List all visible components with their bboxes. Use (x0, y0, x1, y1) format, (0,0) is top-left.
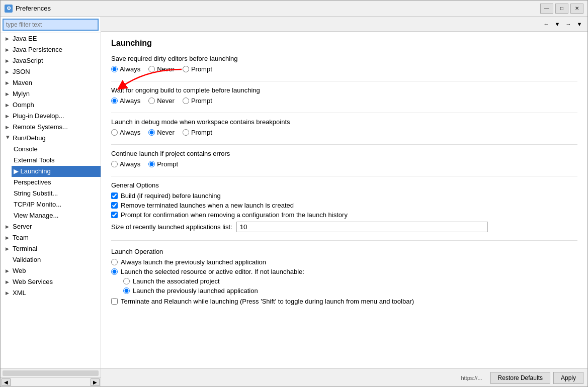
sidebar-item-server[interactable]: ▶Server (1, 221, 101, 232)
sidebar-item-validation[interactable]: ▶Validation (1, 254, 101, 265)
terminate-relaunch-text: Terminate and Relaunch while launching (… (121, 298, 414, 305)
save-dirty-prompt-radio[interactable] (183, 66, 189, 72)
expand-arrow: ▶ (6, 101, 11, 110)
prompt-confirmation-checkbox[interactable]: Prompt for confirmation when removing a … (111, 211, 577, 219)
divider-2 (111, 113, 577, 113)
wait-build-always-radio[interactable] (111, 98, 118, 104)
minimize-button[interactable]: — (540, 4, 553, 14)
size-input[interactable] (236, 222, 488, 232)
remove-terminated-checkbox[interactable]: Remove terminated launches when a new la… (111, 202, 577, 209)
sidebar-item-web-services[interactable]: ▶Web Services (1, 276, 101, 287)
terminate-relaunch-checkbox[interactable]: Terminate and Relaunch while launching (… (111, 298, 577, 305)
always-prev-radio[interactable] (111, 259, 118, 265)
back-dropdown-button[interactable]: ▼ (552, 19, 562, 29)
wait-build-options: Always Never Prompt (111, 97, 577, 105)
close-button[interactable]: ✕ (570, 4, 583, 14)
save-dirty-always[interactable]: Always (111, 65, 140, 73)
maximize-button[interactable]: □ (555, 4, 568, 14)
selected-resource-option[interactable]: Launch the selected resource or active e… (111, 268, 577, 275)
remove-terminated-text: Remove terminated launches when a new la… (121, 202, 294, 209)
sidebar-item-perspectives[interactable]: Perspectives (12, 177, 101, 188)
sidebar-item-java-persistence[interactable]: ▶Java Persistence (1, 44, 101, 55)
save-dirty-never-radio[interactable] (148, 66, 155, 72)
assoc-project-option[interactable]: Launch the associated project (123, 277, 577, 285)
sidebar-item-team[interactable]: ▶Team (1, 232, 101, 243)
debug-mode-never[interactable]: Never (148, 129, 175, 136)
sidebar-item-remote-systems[interactable]: ▶Remote Systems... (1, 122, 101, 133)
launch-operation-group: Launch Operation Always launch the previ… (111, 248, 577, 305)
terminate-relaunch-input[interactable] (111, 298, 118, 305)
assoc-project-text: Launch the associated project (133, 277, 220, 285)
sidebar-item-java-ee[interactable]: ▶Java EE (1, 33, 101, 44)
build-before-input[interactable] (111, 192, 118, 199)
scroll-right-btn[interactable]: ▶ (91, 378, 100, 386)
build-before-checkbox[interactable]: Build (if required) before launching (111, 192, 577, 200)
expand-arrow: ▶ (6, 56, 11, 65)
project-errors-always[interactable]: Always (111, 160, 140, 168)
sidebar-item-javascript[interactable]: ▶JavaScript (1, 55, 101, 66)
sidebar-item-oomph[interactable]: ▶Oomph (1, 100, 101, 111)
assoc-project-radio[interactable] (123, 278, 130, 284)
project-errors-prompt[interactable]: Prompt (148, 160, 178, 168)
sidebar-item-xml[interactable]: ▶XML (1, 287, 101, 299)
sidebar-item-mylyn[interactable]: ▶Mylyn (1, 88, 101, 100)
sidebar-scroll-bar (1, 368, 101, 377)
project-errors-always-radio[interactable] (111, 161, 118, 167)
debug-mode-always[interactable]: Always (111, 129, 140, 136)
debug-mode-prompt[interactable]: Prompt (183, 129, 212, 136)
project-errors-prompt-radio[interactable] (148, 161, 155, 167)
sidebar-item-web[interactable]: ▶Web (1, 265, 101, 276)
always-prev-option[interactable]: Always launch the previously launched ap… (111, 258, 577, 266)
sidebar-item-string-substi[interactable]: String Substit... (12, 188, 101, 199)
sidebar-item-terminal[interactable]: ▶Terminal (1, 243, 101, 254)
save-dirty-prompt[interactable]: Prompt (183, 65, 212, 73)
wait-build-never[interactable]: Never (148, 97, 175, 105)
remove-terminated-input[interactable] (111, 202, 118, 209)
save-dirty-never[interactable]: Never (148, 65, 175, 73)
sidebar-item-launching[interactable]: ▶ Launching (12, 166, 101, 177)
save-dirty-always-radio[interactable] (111, 66, 118, 72)
debug-mode-prompt-radio[interactable] (183, 129, 189, 136)
save-dirty-options: Always Never Prompt (111, 65, 577, 73)
sidebar-item-external-tools[interactable]: External Tools (12, 155, 101, 166)
prompt-confirmation-input[interactable] (111, 212, 118, 218)
scroll-left-btn[interactable]: ◀ (2, 378, 11, 386)
back-button[interactable]: ← (541, 19, 551, 29)
size-label: Size of recently launched applications l… (111, 223, 232, 231)
sidebar-item-tcpip-monito[interactable]: TCP/IP Monito... (12, 199, 101, 210)
debug-mode-label: Launch in debug mode when workspace cont… (111, 118, 577, 126)
preferences-window: ⚙ Preferences — □ ✕ ▶Java EE ▶Java Persi… (0, 0, 588, 387)
prev-launched-radio[interactable] (123, 287, 130, 294)
prev-launched-option[interactable]: Launch the previously launched applicati… (123, 287, 577, 295)
selected-resource-radio[interactable] (111, 268, 118, 275)
wait-build-never-radio[interactable] (148, 98, 155, 104)
debug-mode-always-radio[interactable] (111, 129, 118, 136)
restore-defaults-button[interactable]: Restore Defaults (490, 372, 550, 384)
sidebar-item-view-manage[interactable]: View Manage... (12, 210, 101, 221)
search-input[interactable] (3, 19, 99, 31)
debug-mode-never-radio[interactable] (148, 129, 155, 136)
wait-build-prompt[interactable]: Prompt (183, 97, 212, 105)
sidebar-nav-btns: ◀ ▶ (1, 377, 101, 386)
general-options-label: General Options (111, 181, 577, 189)
divider-1 (111, 81, 577, 81)
forward-button[interactable]: → (563, 19, 573, 29)
expand-arrow: ▶ (6, 222, 11, 231)
wait-build-label: Wait for ongoing build to complete befor… (111, 86, 577, 94)
sidebar-item-run-debug[interactable]: ▶Run/Debug (1, 133, 101, 144)
forward-dropdown-button[interactable]: ▼ (574, 19, 584, 29)
expand-arrow: ▶ (6, 45, 11, 54)
apply-button[interactable]: Apply (553, 372, 583, 384)
sidebar-item-maven[interactable]: ▶Maven (1, 77, 101, 88)
sidebar-item-json[interactable]: ▶JSON (1, 66, 101, 77)
build-before-text: Build (if required) before launching (121, 192, 221, 200)
sidebar-item-plug-in-develop[interactable]: ▶Plug-in Develop... (1, 111, 101, 122)
sidebar: ▶Java EE ▶Java Persistence ▶JavaScript ▶… (1, 17, 101, 386)
project-errors-group: Continue launch if project contains erro… (111, 150, 577, 168)
sidebar-item-console[interactable]: Console (12, 144, 101, 155)
main-panel: ← ▼ → ▼ Launching Save required dirty ed… (101, 17, 587, 386)
scrollbar-thumb[interactable] (3, 370, 99, 376)
main-content-area: ← ▼ → ▼ Launching Save required dirty ed… (101, 17, 587, 386)
wait-build-always[interactable]: Always (111, 97, 140, 105)
wait-build-prompt-radio[interactable] (183, 98, 189, 104)
